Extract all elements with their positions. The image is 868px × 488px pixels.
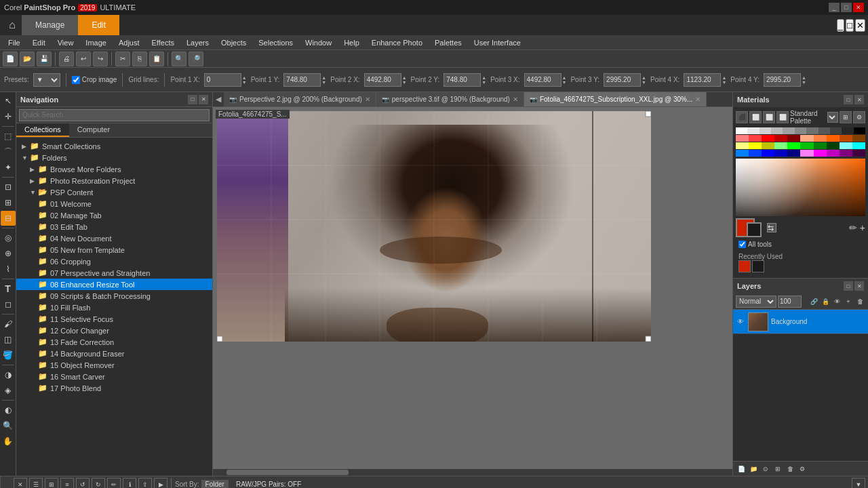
layer-visibility-toggle[interactable]: 👁 bbox=[736, 317, 745, 327]
point4y-up[interactable]: ▲ bbox=[802, 75, 806, 80]
org-share-btn[interactable]: ⇪ bbox=[138, 478, 152, 489]
tree-item-04[interactable]: 📁04 New Document bbox=[16, 232, 212, 244]
doc-tab-close-3[interactable]: ✕ bbox=[695, 96, 701, 103]
tool-pan[interactable]: ✋ bbox=[1, 434, 16, 449]
tool-shape[interactable]: ◻ bbox=[1, 297, 16, 312]
layer-group-btn[interactable]: 📁 bbox=[748, 464, 759, 474]
org-rotate-right-btn[interactable]: ↻ bbox=[92, 478, 105, 489]
swatch-magenta[interactable] bbox=[814, 150, 827, 157]
layer-lock-btn[interactable]: 🔒 bbox=[820, 296, 831, 307]
layer-link-btn[interactable]: 🔗 bbox=[808, 296, 819, 307]
point2y-input[interactable]: 748.80 bbox=[443, 73, 481, 87]
swatch-vdarkgreen[interactable] bbox=[827, 142, 840, 149]
tree-item-15[interactable]: 📁15 Object Remover bbox=[16, 359, 212, 371]
layers-close-btn[interactable]: ✕ bbox=[854, 281, 864, 291]
swatch-navy[interactable] bbox=[787, 150, 800, 157]
tree-item-05[interactable]: 📁05 New from Template bbox=[16, 244, 212, 256]
point1y-down[interactable]: ▼ bbox=[321, 80, 326, 85]
menu-view[interactable]: View bbox=[52, 37, 79, 48]
swatch-blue[interactable] bbox=[762, 150, 774, 157]
opacity-input[interactable] bbox=[778, 296, 802, 308]
recent-swatch-2[interactable] bbox=[752, 260, 764, 272]
swatch-red[interactable] bbox=[762, 135, 774, 142]
point1y-up[interactable]: ▲ bbox=[321, 75, 326, 80]
menu-window[interactable]: Window bbox=[300, 37, 337, 48]
org-list-btn[interactable]: ☰ bbox=[29, 478, 43, 489]
mat-btn-2[interactable]: ⬜ bbox=[749, 111, 762, 123]
swatch-lightmagenta[interactable] bbox=[800, 150, 813, 157]
menu-image[interactable]: Image bbox=[80, 37, 112, 48]
doc-tab-close-2[interactable]: ✕ bbox=[513, 96, 518, 103]
swatch-darkyellow[interactable] bbox=[762, 142, 774, 149]
swatch-red1[interactable] bbox=[749, 135, 762, 142]
tab-manage[interactable]: Manage bbox=[22, 15, 78, 35]
h-scrollbar-thumb[interactable] bbox=[226, 470, 349, 475]
tree-item-06[interactable]: 📁06 Cropping bbox=[16, 256, 212, 267]
all-tools-checkbox[interactable] bbox=[738, 241, 746, 248]
tree-smart-collections[interactable]: ▶ 📁 Smart Collections bbox=[16, 140, 212, 152]
point1x-up[interactable]: ▲ bbox=[242, 75, 247, 80]
org-grid-btn[interactable]: ⊞ bbox=[45, 478, 58, 489]
tool-red-eye[interactable]: ◎ bbox=[1, 230, 16, 245]
tree-item-08[interactable]: 📁08 Enhanced Resize Tool bbox=[16, 279, 212, 290]
layer-delete-btn[interactable]: 🗑 bbox=[854, 296, 865, 307]
layer-flatten-btn[interactable]: ⊞ bbox=[772, 464, 783, 474]
point3x-down[interactable]: ▼ bbox=[562, 80, 567, 85]
swatch-brown[interactable] bbox=[852, 135, 865, 142]
swatch-lightred[interactable] bbox=[736, 135, 749, 142]
print-button[interactable]: 🖨 bbox=[59, 52, 74, 66]
background-color[interactable] bbox=[747, 222, 762, 237]
tree-item-07[interactable]: 📁07 Perspective and Straighten bbox=[16, 267, 212, 279]
swatch-darkgreen[interactable] bbox=[814, 142, 827, 149]
mat-settings-btn[interactable]: ⚙ bbox=[853, 111, 865, 123]
tool-crop[interactable]: ⊡ bbox=[1, 180, 16, 195]
undo-button[interactable]: ↩ bbox=[76, 52, 91, 66]
swatch-vdarkpurple[interactable] bbox=[852, 150, 865, 157]
home-button[interactable]: ⌂ bbox=[3, 16, 22, 35]
tool-sharpen[interactable]: ◈ bbox=[1, 383, 16, 398]
tool-straighten[interactable]: ⊞ bbox=[1, 195, 16, 210]
tab-computer[interactable]: Computer bbox=[69, 123, 118, 137]
tree-item-17[interactable]: 📁17 Photo Blend bbox=[16, 382, 212, 394]
menu-layers[interactable]: Layers bbox=[181, 37, 214, 48]
nav-panel-close-button[interactable]: ✕ bbox=[199, 95, 208, 104]
menu-adjust[interactable]: Adjust bbox=[113, 37, 145, 48]
menu-file[interactable]: File bbox=[3, 37, 26, 48]
paste-button[interactable]: 📋 bbox=[149, 52, 164, 66]
tool-magic-wand[interactable]: ✦ bbox=[1, 160, 16, 175]
blend-mode-select[interactable]: Normal bbox=[736, 296, 776, 308]
tree-psp-content[interactable]: ▼ 📂 PSP Content bbox=[16, 186, 212, 198]
materials-close-btn[interactable]: ✕ bbox=[854, 95, 864, 104]
point4x-down[interactable]: ▼ bbox=[722, 80, 726, 85]
tree-item-01[interactable]: 📁01 Welcome bbox=[16, 198, 212, 209]
quick-search-input[interactable] bbox=[19, 109, 210, 121]
point2y-down[interactable]: ▼ bbox=[481, 80, 486, 85]
point4x-input[interactable]: 1123.20 bbox=[684, 73, 721, 87]
swatch-lightcyan[interactable] bbox=[840, 142, 852, 149]
tree-item-11[interactable]: 📁11 Selective Focus bbox=[16, 313, 212, 325]
nav-panel-float-button[interactable]: □ bbox=[188, 95, 197, 104]
swatch-white[interactable] bbox=[736, 127, 747, 134]
swatch-yellow[interactable] bbox=[749, 142, 762, 149]
copy-button[interactable]: ⎘ bbox=[132, 52, 147, 66]
tool-text[interactable]: T bbox=[1, 281, 16, 296]
tab-close-button[interactable]: ✕ bbox=[855, 19, 865, 32]
layer-merge-btn[interactable]: ⊙ bbox=[760, 464, 771, 474]
tab-collections[interactable]: Collections bbox=[16, 123, 69, 137]
swatch-lightyellow[interactable] bbox=[736, 142, 749, 149]
layer-prop-btn[interactable]: ⚙ bbox=[797, 464, 808, 474]
doc-tab-2[interactable]: 📷 perspective 3.tif @ 190% (Background) … bbox=[376, 92, 524, 107]
tool-color-replace[interactable]: ◐ bbox=[1, 403, 16, 418]
org-edit-btn[interactable]: ✏ bbox=[107, 478, 121, 489]
presets-select[interactable]: ▼ bbox=[33, 73, 60, 87]
point3y-input[interactable]: 2995.20 bbox=[604, 73, 641, 87]
swatch-orange1[interactable] bbox=[814, 135, 827, 142]
point3y-down[interactable]: ▼ bbox=[642, 80, 646, 85]
tree-browse-more-folders[interactable]: ▶ 📁 Browse More Folders bbox=[16, 163, 212, 175]
layers-float-btn[interactable]: □ bbox=[844, 281, 853, 291]
crop-image-checkbox[interactable] bbox=[72, 76, 80, 84]
tool-selection[interactable]: ⬚ bbox=[1, 129, 16, 144]
doc-tab-close-1[interactable]: ✕ bbox=[365, 96, 370, 103]
h-scrollbar[interactable] bbox=[213, 469, 732, 476]
mat-add-btn[interactable]: ⊞ bbox=[840, 111, 852, 123]
